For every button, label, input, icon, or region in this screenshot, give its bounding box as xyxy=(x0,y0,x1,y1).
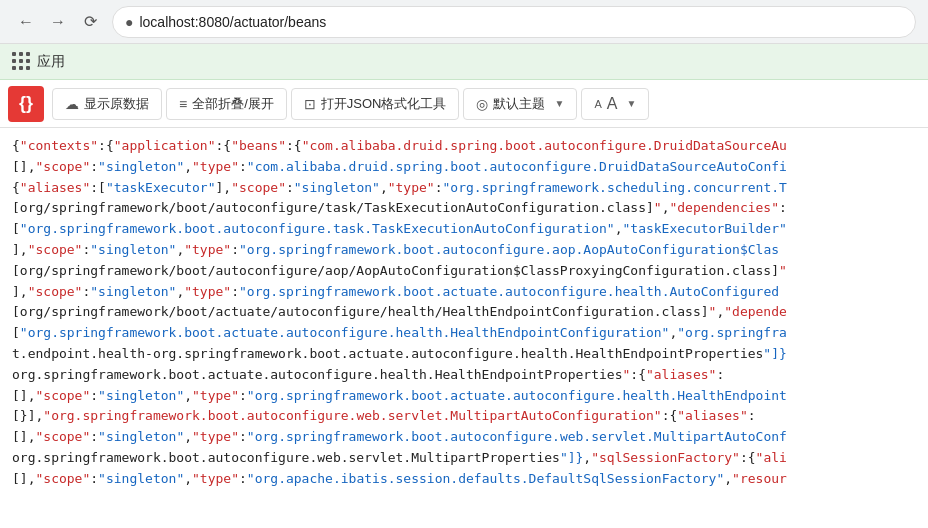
theme-dropdown-arrow: ▼ xyxy=(554,98,564,109)
fold-icon: ≡ xyxy=(179,96,187,112)
theme-button[interactable]: ◎ 默认主题 ▼ xyxy=(463,88,577,120)
font-large-icon: A xyxy=(607,95,618,113)
address-bar[interactable]: ● localhost:8080/actuator/beans xyxy=(112,6,916,38)
theme-icon: ◎ xyxy=(476,96,488,112)
fold-unfold-button[interactable]: ≡ 全部折叠/展开 xyxy=(166,88,287,120)
nav-buttons: ← → ⟳ xyxy=(12,8,104,36)
url-text: localhost:8080/actuator/beans xyxy=(139,14,326,30)
lock-icon: ● xyxy=(125,14,133,30)
logo: {} xyxy=(8,86,44,122)
apps-label: 应用 xyxy=(37,53,65,71)
toolbar: {} ☁ 显示原数据 ≡ 全部折叠/展开 ⊡ 打开JSON格式化工具 ◎ 默认主… xyxy=(0,80,928,128)
apps-bar: 应用 xyxy=(0,44,928,80)
raw-data-button[interactable]: ☁ 显示原数据 xyxy=(52,88,162,120)
font-small-icon: A xyxy=(594,98,601,110)
back-button[interactable]: ← xyxy=(12,8,40,36)
json-tool-button[interactable]: ⊡ 打开JSON格式化工具 xyxy=(291,88,460,120)
forward-button[interactable]: → xyxy=(44,8,72,36)
font-size-button[interactable]: A A ▼ xyxy=(581,88,649,120)
cloud-icon: ☁ xyxy=(65,96,79,112)
font-dropdown-arrow: ▼ xyxy=(626,98,636,109)
reload-button[interactable]: ⟳ xyxy=(76,8,104,36)
json-icon: ⊡ xyxy=(304,96,316,112)
apps-grid-icon[interactable] xyxy=(12,52,31,71)
browser-bar: ← → ⟳ ● localhost:8080/actuator/beans xyxy=(0,0,928,44)
json-content: {"contexts":{"application":{"beans":{"co… xyxy=(12,136,916,490)
content-area[interactable]: {"contexts":{"application":{"beans":{"co… xyxy=(0,128,928,528)
